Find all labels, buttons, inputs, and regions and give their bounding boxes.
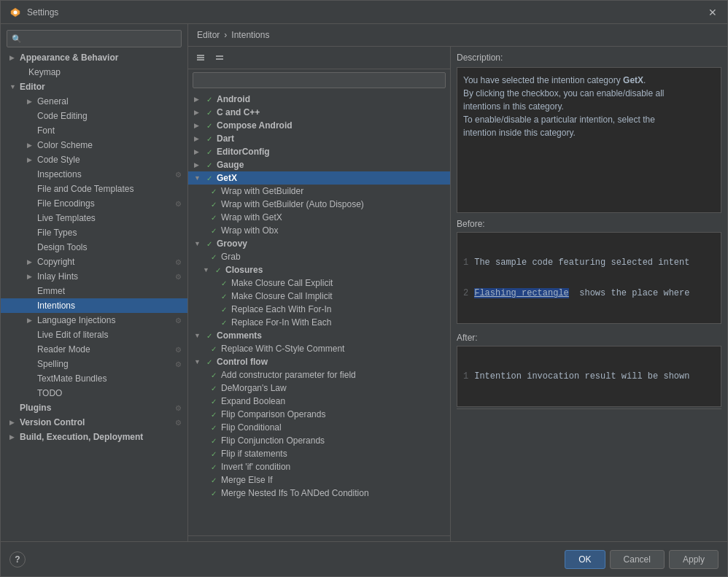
sidebar-item-live-templates[interactable]: Live Templates [1, 211, 187, 225]
close-icon[interactable]: ✕ [707, 7, 719, 18]
checkbox-wrap-builder[interactable] [209, 187, 218, 196]
sidebar-item-inlay-hints[interactable]: ▶ Inlay Hints ⚙ [1, 269, 187, 284]
sidebar-item-language-injections[interactable]: ▶ Language Injections ⚙ [1, 313, 187, 328]
sidebar-item-keymap[interactable]: Keymap [1, 65, 187, 80]
sidebar-item-color-scheme[interactable]: ▶ Color Scheme [1, 138, 187, 152]
intention-group-groovy[interactable]: ▼ Groovy [188, 237, 450, 250]
checkbox-wrap-builder-auto[interactable] [209, 200, 218, 209]
sidebar-search[interactable]: 🔍 [7, 30, 182, 47]
checkbox-demorgan[interactable] [209, 384, 218, 393]
checkbox-compose[interactable] [204, 121, 214, 131]
sidebar-item-inspections[interactable]: Inspections ⚙ [1, 167, 187, 182]
sidebar-item-code-editing[interactable]: Code Editing [1, 109, 187, 123]
checkbox-flip-if[interactable] [209, 449, 218, 459]
checkbox-android[interactable] [204, 95, 214, 104]
checkbox-gauge[interactable] [204, 160, 214, 170]
intention-group-c-cpp[interactable]: ▶ C and C++ [188, 106, 450, 119]
checkbox-make-explicit[interactable] [219, 279, 228, 288]
intention-group-editorconfig[interactable]: ▶ EditorConfig [188, 145, 450, 158]
checkbox-merge-else[interactable] [209, 476, 218, 485]
checkbox-flip-conjunction[interactable] [209, 436, 218, 446]
checkbox-replace-cstyle[interactable] [209, 344, 218, 354]
sidebar-item-copyright[interactable]: ▶ Copyright ⚙ [1, 255, 187, 269]
sidebar-item-design-tools[interactable]: Design Tools [1, 240, 187, 255]
checkbox-invert-if[interactable] [209, 462, 218, 472]
sidebar-item-emmet[interactable]: Emmet [1, 284, 187, 298]
intention-group-closures[interactable]: ▼ Closures [188, 263, 450, 276]
apply-button[interactable]: Apply [669, 550, 719, 569]
help-button[interactable]: ? [9, 551, 26, 568]
intention-group-comments[interactable]: ▼ Comments [188, 329, 450, 342]
intention-group-gauge[interactable]: ▶ Gauge [188, 158, 450, 171]
checkbox-c-cpp[interactable] [204, 108, 214, 117]
checkbox-replace-for-in[interactable] [219, 305, 228, 314]
intentions-search-input[interactable] [198, 75, 441, 85]
intentions-search[interactable] [193, 72, 446, 88]
intention-getx-wrap-getx[interactable]: Wrap with GetX [188, 211, 450, 224]
checkbox-getx[interactable] [204, 174, 214, 183]
sidebar-item-file-code-templates[interactable]: File and Code Templates [1, 182, 187, 196]
intention-group-android[interactable]: ▶ Android [188, 93, 450, 106]
checkbox-wrap-obx[interactable] [209, 226, 218, 236]
checkbox-comments[interactable] [204, 331, 214, 341]
intention-replace-for-in[interactable]: Replace Each With For-In [188, 303, 450, 316]
intention-getx-wrap-builder-auto[interactable]: Wrap with GetBuilder (Auto Dispose) [188, 198, 450, 211]
intention-make-explicit[interactable]: Make Closure Call Explicit [188, 276, 450, 290]
intention-flip-conditional[interactable]: Flip Conditional [188, 421, 450, 434]
intention-group-getx[interactable]: ▼ GetX [188, 171, 450, 185]
intention-replace-cstyle[interactable]: Replace With C-Style Comment [188, 342, 450, 355]
checkbox-groovy[interactable] [204, 239, 214, 249]
checkbox-add-constructor[interactable] [209, 371, 218, 380]
sidebar-item-reader-mode[interactable]: Reader Mode ⚙ [1, 342, 187, 357]
checkbox-merge-nested[interactable] [209, 489, 218, 498]
sidebar-item-build[interactable]: ▶ Build, Execution, Deployment [1, 430, 187, 444]
checkbox-control-flow[interactable] [204, 357, 214, 367]
horizontal-scrollbar[interactable] [188, 535, 450, 541]
after-scrollbar[interactable] [457, 408, 721, 413]
checkbox-flip-comparison[interactable] [209, 410, 218, 419]
intention-flip-if[interactable]: Flip if statements [188, 447, 450, 460]
intention-getx-wrap-obx[interactable]: Wrap with Obx [188, 224, 450, 237]
intention-expand-boolean[interactable]: Expand Boolean [188, 395, 450, 408]
expand-all-button[interactable] [193, 50, 209, 66]
intention-invert-if[interactable]: Invert 'if' condition [188, 460, 450, 473]
sidebar-item-spelling[interactable]: Spelling ⚙ [1, 357, 187, 371]
sidebar-search-input[interactable] [25, 34, 177, 44]
checkbox-expand-boolean[interactable] [209, 397, 218, 406]
checkbox-dart[interactable] [204, 134, 214, 144]
checkbox-grab[interactable] [209, 252, 218, 262]
sidebar-item-plugins[interactable]: Plugins ⚙ [1, 400, 187, 415]
sidebar-item-file-encodings[interactable]: File Encodings ⚙ [1, 196, 187, 211]
intention-group-control-flow[interactable]: ▼ Control flow [188, 355, 450, 368]
intention-group-compose[interactable]: ▶ Compose Android [188, 119, 450, 132]
intention-merge-else[interactable]: Merge Else If [188, 473, 450, 487]
intention-merge-nested[interactable]: Merge Nested Ifs To ANDed Condition [188, 487, 450, 500]
intention-getx-wrap-builder[interactable]: Wrap with GetBuilder [188, 185, 450, 198]
sidebar-item-textmate[interactable]: TextMate Bundles [1, 371, 187, 386]
intention-flip-conjunction[interactable]: Flip Conjunction Operands [188, 434, 450, 447]
sidebar-item-file-types[interactable]: File Types [1, 225, 187, 240]
checkbox-flip-conditional[interactable] [209, 423, 218, 433]
cancel-button[interactable]: Cancel [610, 550, 665, 569]
checkbox-wrap-getx[interactable] [209, 213, 218, 222]
sidebar-item-appearance[interactable]: ▶ Appearance & Behavior [1, 50, 187, 65]
intention-flip-comparison[interactable]: Flip Comparison Operands [188, 408, 450, 421]
sidebar-item-version-control[interactable]: ▶ Version Control ⚙ [1, 415, 187, 430]
intention-make-implicit[interactable]: Make Closure Call Implicit [188, 290, 450, 303]
sidebar-item-live-edit[interactable]: Live Edit of literals [1, 328, 187, 342]
checkbox-closures[interactable] [213, 266, 222, 275]
checkbox-replace-for-in2[interactable] [219, 318, 228, 328]
sidebar-item-intentions[interactable]: Intentions [1, 298, 187, 313]
intention-replace-for-in2[interactable]: Replace For-In With Each [188, 316, 450, 329]
intention-demorgan[interactable]: DeMorgan's Law [188, 382, 450, 395]
checkbox-make-implicit[interactable] [219, 292, 228, 301]
intention-add-constructor[interactable]: Add constructor parameter for field [188, 368, 450, 382]
sidebar-item-font[interactable]: Font [1, 123, 187, 138]
ok-button[interactable]: OK [565, 550, 605, 569]
sidebar-item-todo[interactable]: TODO [1, 386, 187, 400]
intention-group-dart[interactable]: ▶ Dart [188, 132, 450, 145]
sidebar-item-general[interactable]: ▶ General [1, 94, 187, 109]
intention-groovy-grab[interactable]: Grab [188, 250, 450, 263]
collapse-all-button[interactable] [212, 50, 228, 66]
checkbox-editorconfig[interactable] [204, 147, 214, 157]
